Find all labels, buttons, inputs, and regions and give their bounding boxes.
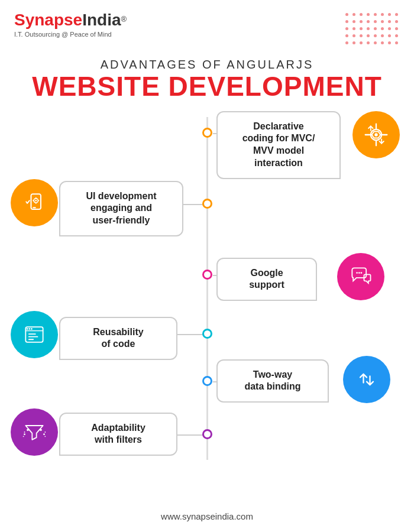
arrows-gear-icon [363, 122, 389, 148]
feature-text-ui: UI developmentengaging anduser-friendly [71, 190, 172, 227]
diagram: Declarativecoding for MVC/MVV model inte… [0, 111, 414, 478]
timeline-dot-1 [202, 128, 212, 138]
timeline-dot-3 [202, 270, 212, 280]
timeline-dot-5 [202, 376, 212, 386]
svg-point-26 [28, 328, 30, 330]
filter-gear-icon [21, 419, 47, 445]
svg-point-34 [43, 433, 45, 435]
footer-url: www.synapseindia.com [161, 511, 253, 521]
feature-text-google: Googlesupport [228, 267, 305, 292]
title-sub: ADVANTAGES OF ANGULARJS [12, 58, 402, 72]
icon-twoway [343, 356, 390, 403]
chat-support-icon [348, 264, 374, 290]
dots-decoration [345, 13, 400, 46]
svg-point-25 [27, 328, 28, 330]
settings-mobile-icon [21, 190, 47, 216]
svg-point-32 [24, 432, 25, 433]
svg-point-6 [374, 133, 378, 137]
svg-point-18 [358, 272, 360, 274]
svg-point-31 [24, 433, 25, 435]
icon-declarative [352, 111, 400, 158]
icon-reusability [11, 311, 58, 358]
icon-google [337, 253, 384, 300]
timeline-dot-2 [202, 199, 212, 209]
feature-text-adaptability: Adaptabilitywith filters [71, 422, 166, 447]
svg-rect-9 [31, 194, 41, 209]
timeline-dot-4 [202, 329, 212, 339]
feature-text-declarative: Declarativecoding for MVC/MVV model inte… [228, 121, 329, 170]
svg-point-30 [40, 429, 42, 431]
code-layers-icon [21, 322, 47, 348]
feature-box-ui: UI developmentengaging anduser-friendly [59, 181, 183, 236]
feature-text-twoway: Two-waydata binding [228, 369, 317, 394]
icon-ui [11, 179, 58, 226]
svg-point-35 [44, 432, 46, 433]
feature-box-twoway: Two-waydata binding [216, 359, 329, 403]
feature-text-reusability: Reusabilityof code [71, 326, 166, 351]
svg-point-17 [356, 272, 358, 274]
feature-box-declarative: Declarativecoding for MVC/MVV model inte… [216, 111, 341, 179]
logo: SynapseIndia® I.T. Outsourcing @ Peace o… [14, 11, 127, 38]
svg-point-27 [31, 328, 33, 330]
header: SynapseIndia® I.T. Outsourcing @ Peace o… [0, 0, 414, 52]
svg-point-12 [35, 200, 37, 202]
svg-point-33 [23, 436, 24, 437]
timeline-dot-6 [202, 429, 212, 439]
svg-point-36 [44, 436, 46, 437]
icon-adaptability [11, 408, 58, 456]
title-main: WEBSITE DEVELOPMENT [12, 72, 402, 102]
timeline-line [206, 117, 208, 460]
feature-box-adaptability: Adaptabilitywith filters [59, 413, 177, 456]
title-section: ADVANTAGES OF ANGULARJS WEBSITE DEVELOPM… [0, 52, 414, 111]
svg-point-29 [27, 429, 29, 431]
logo-tagline: I.T. Outsourcing @ Peace of Mind [14, 31, 127, 38]
feature-box-reusability: Reusabilityof code [59, 317, 177, 361]
arrows-updown-icon [354, 366, 380, 392]
footer: www.synapseindia.com [0, 507, 414, 526]
feature-box-google: Googlesupport [216, 258, 317, 301]
svg-point-19 [361, 272, 363, 274]
